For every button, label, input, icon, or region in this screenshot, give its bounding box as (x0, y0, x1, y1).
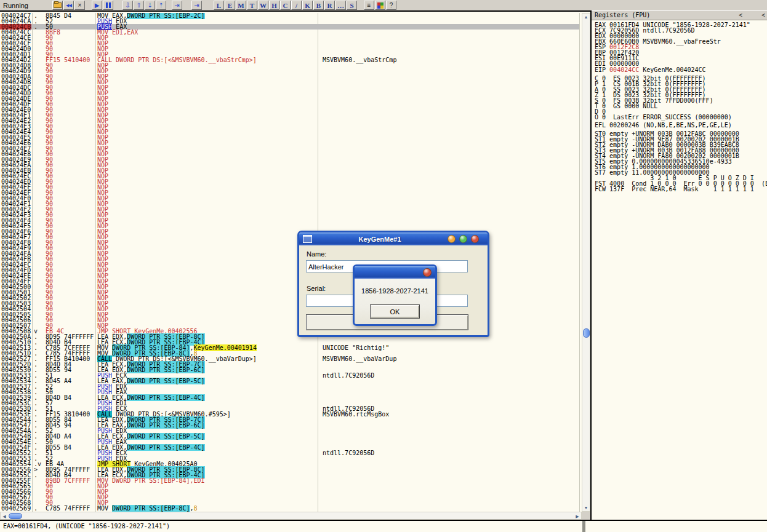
disasm-row[interactable]: 00402552.51PUSH ECXntdll.7C92056D (0, 450, 582, 456)
disasm-row[interactable]: 004024DD90NOP (0, 90, 582, 96)
register-info-line[interactable]: EFL 00200246 (NO,NB,E,BE,NS,PE,GE,LE) (595, 122, 767, 128)
disasm-row[interactable]: 004024D090NOP (0, 46, 582, 52)
register-info-line[interactable]: FCW 137F Prec NEAR,64 Mask 1 1 1 1 1 1 (595, 186, 767, 192)
disasm-row[interactable]: 004024E690NOP (0, 140, 582, 146)
trace-into-button[interactable]: ⇣ (145, 1, 155, 10)
disasm-row[interactable]: 00402537.52PUSH EDX (0, 384, 582, 389)
disasm-row[interactable]: 0040254F.8D55 B4LEA EDX,DWORD PTR SS:[EB… (0, 445, 582, 450)
disasm-row[interactable]: 004024EA90NOP (0, 162, 582, 168)
disasm-row[interactable]: 004024E190NOP (0, 113, 582, 118)
step-into-button[interactable]: ⇩ (122, 1, 133, 10)
horizontal-scroll-thumb[interactable] (9, 513, 22, 519)
disasm-row[interactable]: 004024FE90NOP (0, 273, 582, 279)
disassembly-pane[interactable]: 004024C7.8B45 D4MOV EAX,DWORD PTR SS:[EB… (0, 13, 582, 512)
disasm-row[interactable]: 004024EB90NOP (0, 168, 582, 173)
disasm-row[interactable]: 00402533.51PUSH ECXntdll.7C92056D (0, 373, 582, 378)
restart-button[interactable]: ◀◀ (63, 1, 74, 10)
disasm-row[interactable]: 0040253E.FF15 3810400CALL DWORD PTR DS:[… (0, 411, 582, 417)
disasm-row[interactable]: 004024FF90NOP (0, 279, 582, 284)
execute-till-return-button[interactable]: ⇥ (172, 1, 182, 10)
disasm-row[interactable]: 0040256590NOP (0, 483, 582, 489)
disasm-row[interactable]: 004024E490NOP (0, 129, 582, 135)
view-callstack-button[interactable]: K (302, 1, 313, 10)
horizontal-scrollbar[interactable]: ◀ ▶ (0, 512, 582, 520)
disasm-row[interactable]: 004024E090NOP (0, 107, 582, 113)
run-button[interactable]: ▶ (92, 1, 102, 10)
view-cpu-button[interactable]: C (280, 1, 291, 10)
disasm-row[interactable]: 00402534.8D45 A4LEA EAX,DWORD PTR SS:[EB… (0, 378, 582, 384)
disasm-row[interactable]: 00402553.52PUSH EDX (0, 456, 582, 461)
disasm-row[interactable]: 00402544.8D55 84LEA EDX,DWORD PTR SS:[EB… (0, 417, 582, 423)
disasm-row[interactable]: 004024DB90NOP (0, 79, 582, 85)
disasm-row[interactable]: 004024F590NOP (0, 223, 582, 229)
disasm-row[interactable]: 00402569.C785 74FFFFFMOV DWORD PTR SS:[E… (0, 506, 582, 511)
disasm-row[interactable]: 004024CF90NOP (0, 41, 582, 46)
disasm-row[interactable]: 004024E790NOP (0, 146, 582, 151)
disasm-row[interactable]: 00402556>8D95 74FFFFFLEA EDX,DWORD PTR S… (0, 467, 582, 472)
disasm-row[interactable]: 0040254B.8D4D A4LEA ECX,DWORD PTR SS:[EB… (0, 434, 582, 439)
step-over-button[interactable]: ⇧ (134, 1, 144, 10)
vertical-scrollbar[interactable]: ▲ ▼ (582, 13, 590, 512)
msgbox-titlebar[interactable] (355, 266, 435, 279)
view-windows-button[interactable]: W (258, 1, 268, 10)
disasm-row[interactable]: 004024E990NOP (0, 157, 582, 162)
disasm-row[interactable]: 004024D890NOP (0, 63, 582, 68)
disasm-row[interactable]: 0040250790NOP (0, 323, 582, 328)
disasm-row[interactable]: 004024EF90NOP (0, 190, 582, 196)
view-log-button[interactable]: L (214, 1, 224, 10)
appearance-button[interactable] (375, 1, 385, 10)
disasm-row[interactable]: 0040255F89BD 7CFFFFFMOV DWORD PTR SS:[EB… (0, 478, 582, 483)
scroll-down-icon[interactable]: ▼ (582, 504, 590, 511)
disasm-row[interactable]: 004024F490NOP (0, 218, 582, 223)
disasm-row[interactable]: 004024FB90NOP (0, 256, 582, 262)
disasm-row[interactable]: 0040250690NOP (0, 317, 582, 323)
disasm-row[interactable]: 00402530.8D55 94LEA EDX,DWORD PTR SS:[EB… (0, 367, 582, 373)
go-to-button[interactable]: ⇥ (191, 1, 202, 10)
scroll-right-icon[interactable]: ▶ (574, 513, 581, 520)
disasm-row[interactable]: 004024CA.52PUSH EDX (0, 18, 582, 24)
disasm-row[interactable]: 004024E590NOP (0, 135, 582, 140)
disasm-row[interactable]: 00402547.8D45 94LEA EAX,DWORD PTR SS:[EB… (0, 423, 582, 428)
disasm-row[interactable]: 0040250A.8D95 74FFFFFFLEA EDX,DWORD PTR … (0, 334, 582, 339)
vertical-scroll-thumb[interactable] (583, 328, 590, 338)
disasm-row[interactable]: 004024FC90NOP (0, 262, 582, 268)
open-file-button[interactable] (52, 1, 63, 10)
disasm-row[interactable]: 004024ED90NOP (0, 179, 582, 185)
view-handles-button[interactable]: H (269, 1, 279, 10)
close-program-button[interactable]: × (74, 1, 85, 10)
disasm-row[interactable]: 004024F990NOP (0, 245, 582, 251)
disasm-row[interactable]: 004024EE90NOP (0, 185, 582, 190)
disasm-row[interactable]: 004024E890NOP (0, 151, 582, 157)
disasm-row[interactable]: 0040250390NOP (0, 301, 582, 306)
register-edi[interactable]: EDI 00000000 (595, 61, 767, 66)
disasm-row[interactable]: 004024E290NOP (0, 118, 582, 124)
view-threads-button[interactable]: T (247, 1, 257, 10)
scroll-left-icon[interactable]: ◀ (1, 513, 8, 520)
disasm-row[interactable]: 004024D990NOP (0, 68, 582, 74)
disasm-row[interactable]: 004024FD90NOP (0, 268, 582, 273)
pause-button[interactable] (103, 1, 113, 10)
disasm-row[interactable]: 004024C7.8B45 D4MOV EAX,DWORD PTR SS:[EB… (0, 13, 582, 18)
disasm-row[interactable]: 004024F390NOP (0, 212, 582, 218)
disasm-row[interactable]: 004024CC8BF8MOV EDI,EAX (0, 30, 582, 35)
disasm-row[interactable]: 004024F290NOP (0, 207, 582, 212)
view-references-button[interactable]: R (324, 1, 335, 10)
disasm-row[interactable]: 004024F190NOP (0, 201, 582, 207)
disasm-row[interactable]: 004024CB.50PUSH EAX (0, 24, 579, 30)
disasm-row[interactable]: 0040256790NOP (0, 494, 582, 500)
disasm-row[interactable]: 0040250290NOP (0, 295, 582, 301)
disasm-row[interactable]: 004024CE90NOP (0, 35, 582, 41)
disasm-row[interactable]: 004024DC90NOP (0, 85, 582, 90)
view-patches-button[interactable]: / (291, 1, 302, 10)
view-memory-button[interactable]: M (236, 1, 246, 10)
register-eip[interactable]: EIP 004024CC KeyGenMe.004024CC (595, 67, 767, 73)
view-executables-button[interactable]: E (225, 1, 235, 10)
disasm-row[interactable]: 0040250490NOP (0, 306, 582, 312)
disasm-row[interactable]: 004024F690NOP (0, 229, 582, 234)
msgbox-close-icon[interactable] (423, 268, 432, 277)
disasm-row[interactable]: 00402539.8D4D B4LEA ECX,DWORD PTR SS:[EB… (0, 395, 582, 400)
disasm-row[interactable]: 0040254E.50PUSH EAX (0, 439, 582, 445)
disasm-row[interactable]: 004024EC90NOP (0, 173, 582, 179)
collapse-right-icon[interactable]: < (761, 11, 765, 19)
disasm-row[interactable]: 0040253C.57PUSH EDI (0, 400, 582, 406)
